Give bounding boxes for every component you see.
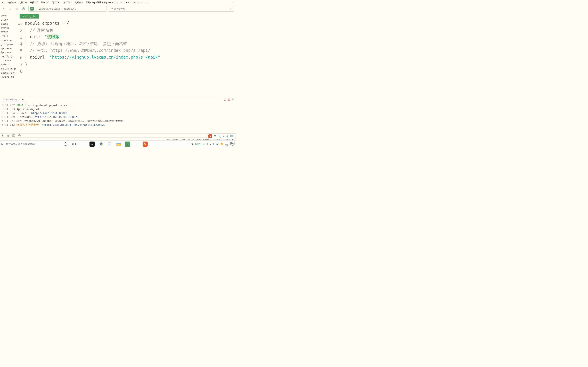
svg-rect-11: [73, 143, 75, 145]
svg-rect-8: [231, 135, 233, 137]
explorer-app[interactable]: [116, 142, 121, 147]
taskbar-search-input[interactable]: [5, 142, 60, 146]
tray-monitor-icon[interactable]: 🖥: [213, 143, 215, 145]
ime-toolbar[interactable]: S 中 •, ☺: [207, 133, 235, 139]
menu-file[interactable]: F): [1, 0, 6, 4]
taskbar-apps: | ✕ H | S: [63, 142, 148, 147]
file-item[interactable]: store: [0, 30, 17, 34]
ime-emoji-icon[interactable]: ☺: [223, 135, 225, 138]
breadcrumb-separator: ›: [61, 7, 63, 10]
file-item[interactable]: config.js: [0, 54, 17, 58]
taskbar-divider: |: [134, 142, 139, 147]
project-icon: U: [30, 7, 34, 10]
file-item[interactable]: s_sdk: [0, 18, 17, 22]
file-item[interactable]: README.md: [0, 75, 17, 79]
ime-keyboard-icon[interactable]: [230, 135, 233, 137]
menu-goto[interactable]: 跳转(G): [40, 0, 51, 5]
file-item[interactable]: LICENSE: [0, 58, 17, 63]
svg-rect-7: [227, 135, 228, 136]
breadcrumb-file[interactable]: config.js: [64, 8, 76, 10]
tray-expand-icon[interactable]: ⌃: [188, 143, 189, 145]
file-search-input[interactable]: [114, 8, 228, 10]
nav-forward-button[interactable]: [8, 6, 13, 12]
breadcrumb-separator: ›: [36, 7, 38, 10]
toolbar: U › yoshop2.0-uniapp › config.js: [0, 5, 236, 13]
console-panel: 2.0-uniapp - H5 3:34.282 INFO Starting d…: [0, 97, 236, 133]
file-item[interactable]: manifest.json: [0, 67, 17, 71]
svg-rect-3: [233, 99, 234, 100]
file-item[interactable]: main.js: [0, 63, 17, 67]
svg-point-10: [64, 142, 67, 146]
console-link[interactable]: https://ask.dcloud.net.cn/article/35232: [42, 123, 105, 126]
breadcrumb-project[interactable]: yoshop2.0-uniapp: [39, 8, 60, 10]
menu-edit[interactable]: 编辑(E): [6, 0, 17, 5]
svg-rect-2: [228, 99, 230, 100]
taskview-icon[interactable]: [72, 142, 77, 147]
file-item[interactable]: pages.json: [0, 71, 17, 75]
ime-punct-icon[interactable]: •,: [218, 135, 222, 138]
chrome-app[interactable]: [98, 142, 104, 147]
terminal-icon[interactable]: [12, 134, 15, 137]
sogou-app[interactable]: S: [143, 142, 148, 147]
tray-edge-icon[interactable]: ⓔ: [203, 142, 205, 145]
file-item[interactable]: core: [0, 14, 17, 18]
tray-clock[interactable]: 3:12 2021/5/2: [225, 142, 235, 146]
list-icon[interactable]: [7, 134, 9, 137]
menu-select[interactable]: 选择(S): [17, 0, 28, 5]
tray-wifi-icon[interactable]: 📶: [221, 143, 223, 145]
capcut-app[interactable]: ✕: [89, 142, 95, 147]
cortana-icon[interactable]: [63, 142, 68, 147]
file-item[interactable]: uview-ui: [0, 38, 17, 42]
tray-cloud-icon[interactable]: ☁: [210, 143, 211, 145]
file-search-box[interactable]: [108, 6, 234, 12]
tray-battery[interactable]: 100%: [196, 143, 201, 145]
editor-tabs: config.js: [17, 13, 236, 18]
code-content[interactable]: module.exports = { // 系统名称 name: "优咪乐", …: [25, 20, 236, 97]
breadcrumb[interactable]: U › yoshop2.0-uniapp › config.js: [28, 6, 107, 12]
console-output[interactable]: 3:34.282 INFO Starting development serve…: [0, 102, 236, 128]
menu-publish[interactable]: 发行(U): [62, 0, 73, 5]
ime-mic-icon[interactable]: [227, 135, 229, 138]
file-explorer[interactable]: core s_sdk pages static store utils uvie…: [0, 13, 17, 97]
tab-config[interactable]: config.js: [20, 14, 39, 18]
filter-icon[interactable]: [229, 8, 232, 10]
svg-rect-17: [117, 143, 121, 144]
menubar: F) 编辑(E) 选择(S) 查找(I) 跳转(G) 运行(R) 发行(U) 视…: [0, 0, 236, 5]
globe-icon[interactable]: [18, 134, 21, 137]
console-tab-bar: 2.0-uniapp - H5: [0, 97, 236, 102]
file-item[interactable]: static: [0, 26, 17, 30]
console-expand-icon[interactable]: [232, 99, 235, 101]
console-tab[interactable]: 2.0-uniapp - H5: [1, 97, 26, 102]
tray-h-icon[interactable]: H: [207, 143, 208, 145]
ime-logo[interactable]: S: [208, 134, 212, 138]
play-button[interactable]: [21, 6, 26, 12]
code-editor[interactable]: 1⊟ 2 3 4 5 6 7 8 module.exports = { // 系…: [17, 18, 236, 97]
svg-rect-12: [72, 144, 73, 145]
minimize-button[interactable]: ─: [232, 1, 235, 4]
notepad-app[interactable]: [107, 142, 112, 147]
nav-back-button[interactable]: [1, 6, 7, 12]
taskbar: | ✕ H | S ⌃ 🔌 100% ⓔ H ☁ 🖥 🔊 📶 3:12 2021…: [0, 140, 236, 148]
taskbar-search-icon[interactable]: [0, 142, 5, 146]
console-stop-icon[interactable]: [228, 99, 230, 101]
svg-rect-4: [13, 134, 15, 137]
console-link[interactable]: http://localhost:8080/: [31, 111, 67, 115]
menu-view[interactable]: 视图(V): [73, 0, 84, 5]
file-item[interactable]: app.scss: [0, 46, 17, 50]
hbuilder-app[interactable]: H: [125, 142, 130, 147]
bottom-toolbar: 录: [0, 133, 236, 137]
tray-power-icon[interactable]: 🔌: [191, 143, 194, 145]
file-item[interactable]: pages: [0, 22, 17, 26]
console-link[interactable]: http://192.168.0.100:8080/: [35, 115, 77, 119]
tray-volume-icon[interactable]: 🔊: [216, 143, 219, 145]
menu-run[interactable]: 运行(R): [51, 0, 62, 5]
login-button[interactable]: 录: [1, 134, 4, 137]
svg-point-9: [1, 143, 3, 145]
star-icon[interactable]: [14, 6, 20, 12]
file-item[interactable]: utils: [0, 34, 17, 38]
file-item[interactable]: gitignore: [0, 42, 17, 46]
console-restart-icon[interactable]: [224, 99, 226, 101]
menu-find[interactable]: 查找(I): [29, 0, 40, 5]
ime-lang[interactable]: 中: [214, 134, 216, 138]
file-item[interactable]: App.vue: [0, 50, 17, 54]
